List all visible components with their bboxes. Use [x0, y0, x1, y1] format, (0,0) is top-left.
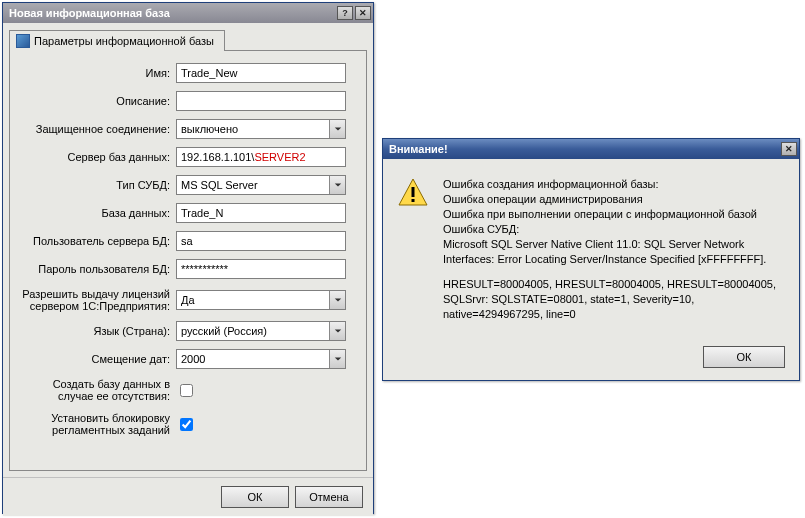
label-name: Имя:: [20, 67, 170, 79]
name-input[interactable]: [176, 63, 346, 83]
infobase-icon: [16, 34, 30, 48]
alert-ok-button[interactable]: ОК: [703, 346, 785, 368]
createdb-checkbox[interactable]: [180, 384, 193, 397]
svg-rect-1: [412, 199, 415, 202]
alert-body: Ошибка создания информационной базы: Оши…: [383, 159, 799, 338]
dbms-select[interactable]: [176, 175, 346, 195]
database-input[interactable]: [176, 203, 346, 223]
label-description: Описание:: [20, 95, 170, 107]
secure-connection-select[interactable]: [176, 119, 346, 139]
description-input[interactable]: [176, 91, 346, 111]
new-infobase-window: Новая информационная база ? ✕ Параметры …: [2, 2, 374, 514]
label-dbuser: Пользователь сервера БД:: [20, 235, 170, 247]
dbserver-value-highlight: SERVER2: [254, 151, 305, 163]
label-secure: Защищенное соединение:: [20, 123, 170, 135]
close-button[interactable]: ✕: [355, 6, 371, 20]
svg-rect-0: [412, 187, 415, 197]
window-title: Новая информационная база: [9, 3, 170, 23]
license-select[interactable]: [176, 290, 346, 310]
label-lockjobs: Установить блокировку регламентных задан…: [20, 411, 170, 437]
language-select[interactable]: [176, 321, 346, 341]
dbuser-input[interactable]: [176, 231, 346, 251]
tabstrip: Параметры информационной базы: [9, 29, 367, 51]
dbserver-input[interactable]: 192.168.1.101\SERVER2: [176, 147, 346, 167]
lockjobs-checkbox[interactable]: [180, 418, 193, 431]
date-offset-select[interactable]: [176, 349, 346, 369]
button-bar: ОК Отмена: [3, 477, 373, 516]
label-dbpass: Пароль пользователя БД:: [20, 263, 170, 275]
label-dbserver: Сервер баз данных:: [20, 151, 170, 163]
cancel-button[interactable]: Отмена: [295, 486, 363, 508]
form: Имя: Описание: Защищенное соединение: Се…: [9, 51, 367, 471]
dbserver-value-left: 192.168.1.101\: [181, 151, 254, 163]
label-dbms: Тип СУБД:: [20, 179, 170, 191]
alert-window: Внимание! ✕ Ошибка создания информационн…: [382, 138, 800, 381]
label-createdb: Создать базу данных в случае ее отсутств…: [20, 377, 170, 403]
alert-text: Ошибка создания информационной базы: Оши…: [443, 177, 785, 332]
label-lang: Язык (Страна):: [20, 325, 170, 337]
titlebar[interactable]: Новая информационная база ? ✕: [3, 3, 373, 23]
warning-icon: [397, 177, 429, 209]
dbpass-input[interactable]: [176, 259, 346, 279]
tab-label: Параметры информационной базы: [34, 35, 214, 47]
ok-button[interactable]: ОК: [221, 486, 289, 508]
tab-params[interactable]: Параметры информационной базы: [9, 30, 225, 51]
alert-titlebar[interactable]: Внимание! ✕: [383, 139, 799, 159]
alert-title: Внимание!: [389, 139, 448, 159]
label-offset: Смещение дат:: [20, 353, 170, 365]
label-license: Разрешить выдачу лицензий сервером 1С:Пр…: [20, 287, 170, 313]
alert-button-bar: ОК: [383, 338, 799, 380]
alert-close-button[interactable]: ✕: [781, 142, 797, 156]
label-database: База данных:: [20, 207, 170, 219]
help-button[interactable]: ?: [337, 6, 353, 20]
